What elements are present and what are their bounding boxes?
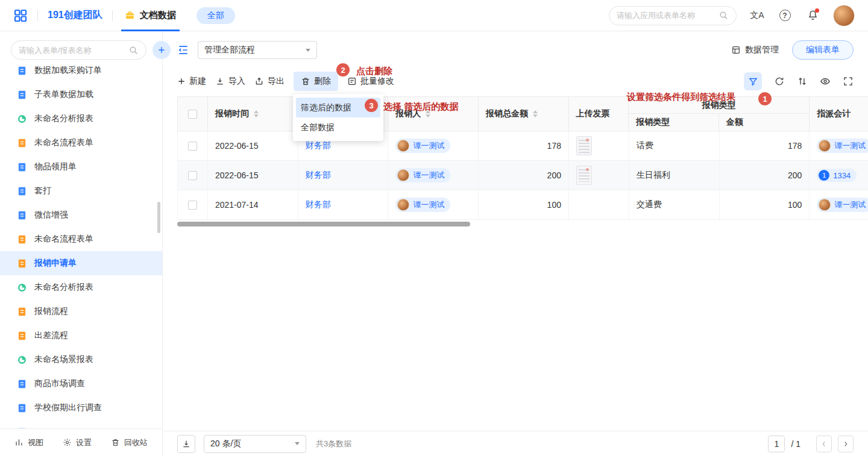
sidebar: 数据加载采购订单 子表单数据加载 未命名分析报表 未命名流程表单 物品领用单 — [0, 31, 163, 456]
user-pill[interactable]: 谭一测试 — [817, 139, 868, 153]
sort-icon[interactable] — [254, 110, 259, 117]
delete-button[interactable]: 删除 — [294, 72, 338, 91]
menu-item-all-data[interactable]: 全部数据 — [296, 117, 380, 137]
step-text-3: 选择 筛选后的数据 — [383, 101, 458, 113]
views-button[interactable]: 视图 — [14, 437, 43, 448]
filter-funnel-icon[interactable] — [744, 72, 762, 90]
sidebar-item[interactable]: 套打 — [0, 179, 162, 203]
add-form-button[interactable] — [153, 41, 171, 59]
sidebar-item[interactable]: 未命名分析报表 — [0, 107, 162, 131]
cell-accountant: 谭一测试 — [810, 190, 868, 219]
sidebar-item[interactable]: 未命名分析报表 — [0, 275, 162, 299]
sidebar-item[interactable]: 未命名场景报表 — [0, 348, 162, 372]
data-manage-button[interactable]: 数据管理 — [731, 45, 779, 55]
sidebar-item[interactable]: 数据加载采购订单 — [0, 66, 162, 83]
recycle-bin-button[interactable]: 回收站 — [111, 437, 148, 448]
dept-link[interactable]: 财务部 — [306, 170, 331, 181]
invoice-thumbnail[interactable] — [576, 136, 592, 155]
sidebar-search-input[interactable] — [19, 46, 125, 55]
collapse-menu-icon[interactable] — [177, 44, 189, 56]
batch-edit-button[interactable]: 批量修改 — [347, 76, 394, 87]
sidebar-item-label: 未命名流程表单 — [34, 234, 93, 245]
fullscreen-icon[interactable] — [843, 76, 854, 87]
user-pill[interactable]: 谭一测试 — [817, 198, 868, 212]
user-pill[interactable]: 谭一测试 — [395, 168, 450, 183]
apps-grid-icon[interactable] — [13, 8, 28, 23]
global-search[interactable] — [609, 6, 737, 25]
global-search-input[interactable] — [617, 11, 714, 20]
col-header-accountant[interactable]: 指派会计 — [810, 97, 868, 131]
table-toolbar: 新建 导入 导出 删除 批量修改 — [163, 69, 868, 94]
table-row[interactable]: 2022-06-15 财务部 谭一测试 200 生日福利 200 11334 — [177, 161, 868, 190]
dept-link[interactable]: 财务部 — [306, 140, 331, 151]
col-header-invoice[interactable]: 上传发票 — [569, 97, 629, 131]
sidebar-item[interactable]: 出差流程 — [0, 323, 162, 348]
horizontal-scrollbar-thumb[interactable] — [177, 222, 470, 226]
team-name[interactable]: 191创建团队 — [48, 9, 102, 22]
filter-all-pill[interactable]: 全部 — [197, 7, 235, 24]
user-avatar[interactable] — [833, 5, 855, 27]
sidebar-scrollbar-thumb[interactable] — [157, 202, 160, 233]
row-checkbox[interactable] — [188, 201, 197, 210]
user-pill[interactable]: 谭一测试 — [395, 198, 450, 212]
col-header-amount[interactable]: 金额 — [719, 114, 810, 131]
invoice-thumbnail[interactable] — [576, 166, 592, 185]
table-row[interactable]: 2021-07-14 财务部 谭一测试 100 交通费 100 谭一测试 — [177, 190, 868, 220]
avatar — [397, 140, 409, 152]
page-number-input[interactable] — [768, 436, 785, 452]
sort-icon[interactable] — [533, 110, 538, 117]
report-chart-icon — [17, 355, 27, 365]
step-badge-2: 2 — [336, 63, 350, 77]
cell-amount: 200 — [720, 161, 810, 190]
cell-type: 交通费 — [629, 190, 720, 219]
flow-filter-select[interactable]: 管理全部流程 — [198, 41, 317, 59]
user-pill[interactable]: 谭一测试 — [395, 139, 450, 153]
row-checkbox[interactable] — [188, 171, 197, 180]
sidebar-item[interactable]: 学校假期出行调查 — [0, 396, 162, 420]
sort-arrows-icon[interactable] — [797, 76, 808, 87]
sidebar-item[interactable]: 物品领用单 — [0, 155, 162, 179]
export-button[interactable]: 导出 — [254, 76, 285, 87]
dept-link[interactable]: 财务部 — [306, 199, 331, 210]
page-size-select[interactable]: 20 条/页 — [204, 435, 306, 453]
refresh-icon[interactable] — [774, 76, 785, 87]
sidebar-item[interactable]: 未命名流程表单 — [0, 227, 162, 251]
help-icon[interactable]: ? — [778, 8, 792, 23]
bell-icon[interactable] — [805, 8, 820, 23]
next-page-button[interactable] — [838, 436, 854, 452]
sidebar-item[interactable]: 子表单数据加载 — [0, 83, 162, 107]
pagination-controls: / 1 — [768, 436, 854, 452]
col-header-type[interactable]: 报销类型 — [629, 114, 719, 131]
member-count-pill[interactable]: 11334 — [817, 169, 857, 182]
scroll-to-bottom-button[interactable] — [177, 435, 195, 453]
select-all-checkbox[interactable] — [188, 110, 197, 119]
sidebar-item[interactable]: 微信增强 — [0, 203, 162, 227]
sidebar-item-selected[interactable]: 报销申请单 — [0, 251, 162, 275]
row-checkbox[interactable] — [188, 142, 197, 151]
eye-icon[interactable] — [820, 76, 831, 87]
prev-page-button[interactable] — [816, 436, 832, 452]
sidebar-item[interactable]: 报销流程 — [0, 299, 162, 323]
translate-icon[interactable]: 文A — [750, 8, 764, 23]
col-header-time[interactable]: 报销时间 — [208, 97, 298, 131]
form-doc-icon — [17, 186, 27, 196]
cell-person: 谭一测试 — [388, 131, 479, 160]
sidebar-form-list: 数据加载采购订单 子表单数据加载 未命名分析报表 未命名流程表单 物品领用单 — [0, 66, 162, 428]
cell-type: 生日福利 — [629, 161, 720, 190]
settings-button[interactable]: 设置 — [63, 437, 92, 448]
new-record-button[interactable]: 新建 — [177, 76, 206, 87]
sidebar-item-label: 套打 — [34, 186, 51, 196]
sidebar-item[interactable]: 未命名流程表单 — [0, 131, 162, 155]
tab-doc-data[interactable]: 文档数据 — [122, 0, 178, 31]
col-header-total[interactable]: 报销总金额 — [479, 97, 569, 131]
sidebar-item[interactable]: 商品市场调查 — [0, 372, 162, 396]
sidebar-item-label: 学校假期出行调查 — [34, 402, 102, 413]
sidebar-search[interactable] — [11, 40, 146, 60]
flow-doc-icon — [17, 138, 27, 148]
edit-form-button[interactable]: 编辑表单 — [792, 40, 854, 60]
main-content: 管理全部流程 数据管理 编辑表单 新建 导入 导出 — [163, 31, 868, 456]
import-button[interactable]: 导入 — [215, 76, 245, 87]
table-row[interactable]: 2022-06-15 财务部 谭一测试 178 话费 178 谭一测试 — [177, 131, 868, 161]
sidebar-item[interactable] — [0, 420, 162, 428]
avatar — [819, 140, 831, 152]
